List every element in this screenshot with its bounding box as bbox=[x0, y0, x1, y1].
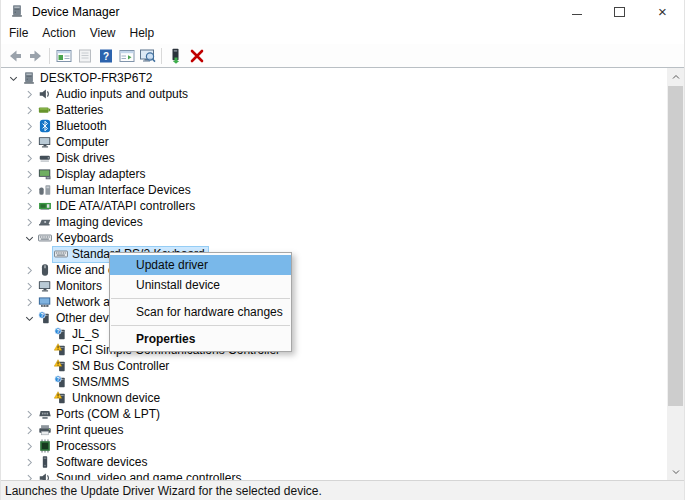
help-icon: ? bbox=[98, 48, 114, 64]
tree-item[interactable]: Software devices bbox=[1, 454, 669, 470]
tree-item[interactable]: Computer bbox=[1, 134, 669, 150]
tree-item-label: SM Bus Controller bbox=[69, 359, 172, 374]
chevron-spacer bbox=[37, 359, 53, 373]
menu-action[interactable]: Action bbox=[35, 23, 82, 44]
svg-text:?: ? bbox=[56, 328, 60, 334]
tree-item[interactable]: Disk drives bbox=[1, 150, 669, 166]
tree-item[interactable]: Unknown device bbox=[1, 390, 669, 406]
chevron-collapsed-icon[interactable] bbox=[21, 167, 37, 181]
uninstall-icon bbox=[189, 48, 205, 64]
chevron-collapsed-icon[interactable] bbox=[21, 471, 37, 480]
show-hide-console-tree-button[interactable] bbox=[53, 46, 74, 66]
menu-help[interactable]: Help bbox=[123, 23, 162, 44]
menu-file[interactable]: File bbox=[2, 23, 35, 44]
tree-item[interactable]: Audio inputs and outputs bbox=[1, 86, 669, 102]
chevron-collapsed-icon[interactable] bbox=[21, 87, 37, 101]
toolbar-separator bbox=[161, 48, 162, 64]
chevron-collapsed-icon[interactable] bbox=[21, 407, 37, 421]
chevron-collapsed-icon[interactable] bbox=[21, 455, 37, 469]
scrollbar-up-button[interactable] bbox=[667, 68, 684, 85]
context-menu-separator bbox=[111, 298, 290, 299]
chevron-spacer bbox=[37, 375, 53, 389]
chevron-collapsed-icon[interactable] bbox=[21, 295, 37, 309]
chevron-collapsed-icon[interactable] bbox=[21, 151, 37, 165]
warning-device-icon bbox=[53, 359, 68, 373]
tree-item-label: Disk drives bbox=[53, 151, 118, 166]
tree-item-label: Ports (COM & LPT) bbox=[53, 407, 163, 422]
chevron-spacer bbox=[37, 391, 53, 405]
status-bar: Launches the Update Driver Wizard for th… bbox=[1, 480, 684, 500]
tree-item[interactable]: Keyboards bbox=[1, 230, 669, 246]
chevron-collapsed-icon[interactable] bbox=[21, 119, 37, 133]
tree-item-label: Bluetooth bbox=[53, 119, 110, 134]
tree-item[interactable]: DESKTOP-FR3P6T2 bbox=[1, 70, 669, 86]
tree-item[interactable]: Print queues bbox=[1, 422, 669, 438]
tree-item[interactable]: Display adapters bbox=[1, 166, 669, 182]
context-menu: Update driver Uninstall device Scan for … bbox=[109, 252, 292, 352]
tree-item[interactable]: Network adapters bbox=[1, 294, 669, 310]
processor-icon bbox=[37, 439, 52, 453]
unknown-device-icon: ? bbox=[37, 311, 52, 325]
tree-item[interactable]: Monitors bbox=[1, 278, 669, 294]
warning-device-icon bbox=[53, 343, 68, 357]
context-menu-item-scan-hardware[interactable]: Scan for hardware changes bbox=[110, 302, 291, 322]
chevron-collapsed-icon[interactable] bbox=[21, 135, 37, 149]
chevron-collapsed-icon[interactable] bbox=[21, 423, 37, 437]
hid-icon bbox=[37, 183, 52, 197]
menu-view[interactable]: View bbox=[83, 23, 123, 44]
vertical-scrollbar[interactable] bbox=[667, 68, 684, 480]
toolbar-separator bbox=[49, 48, 50, 64]
uninstall-device-button[interactable] bbox=[186, 46, 207, 66]
context-menu-item-uninstall-device[interactable]: Uninstall device bbox=[110, 275, 291, 295]
chevron-spacer bbox=[37, 327, 53, 341]
warning-device-icon bbox=[53, 391, 68, 405]
tree-item[interactable]: Batteries bbox=[1, 102, 669, 118]
tree-item[interactable]: ? Other devices bbox=[1, 310, 669, 326]
tree-item[interactable]: Sound, video and game controllers bbox=[1, 470, 669, 480]
help-button[interactable]: ? bbox=[95, 46, 116, 66]
chevron-collapsed-icon[interactable] bbox=[21, 199, 37, 213]
update-driver-button[interactable] bbox=[165, 46, 186, 66]
context-menu-separator bbox=[111, 325, 290, 326]
tree-item[interactable]: Human Interface Devices bbox=[1, 182, 669, 198]
tree-item[interactable]: Standard PS/2 Keyboard bbox=[1, 246, 669, 262]
scrollbar-down-button[interactable] bbox=[667, 463, 684, 480]
chevron-collapsed-icon[interactable] bbox=[21, 263, 37, 277]
scrollbar-thumb[interactable] bbox=[668, 86, 683, 406]
tree-item[interactable]: Ports (COM & LPT) bbox=[1, 406, 669, 422]
chevron-collapsed-icon[interactable] bbox=[21, 183, 37, 197]
tree-item[interactable]: Processors bbox=[1, 438, 669, 454]
chevron-expanded-icon[interactable] bbox=[21, 231, 37, 245]
chevron-expanded-icon[interactable] bbox=[5, 71, 21, 85]
speaker-icon bbox=[37, 87, 52, 101]
chevron-collapsed-icon[interactable] bbox=[21, 215, 37, 229]
properties-button[interactable] bbox=[74, 46, 95, 66]
forward-button[interactable] bbox=[25, 46, 46, 66]
context-menu-item-update-driver[interactable]: Update driver bbox=[110, 255, 291, 275]
maximize-button[interactable] bbox=[598, 0, 641, 23]
close-button[interactable]: × bbox=[641, 0, 684, 23]
close-icon: × bbox=[658, 4, 667, 19]
chevron-collapsed-icon[interactable] bbox=[21, 279, 37, 293]
tree-item-label: SMS/MMS bbox=[69, 375, 132, 390]
tree-item[interactable]: ? JL_S bbox=[1, 326, 669, 342]
tree-item[interactable]: SM Bus Controller bbox=[1, 358, 669, 374]
chevron-collapsed-icon[interactable] bbox=[21, 439, 37, 453]
update-driver-icon bbox=[168, 48, 184, 64]
minimize-button[interactable] bbox=[555, 0, 598, 23]
unknown-device-icon: ? bbox=[53, 327, 68, 341]
context-menu-item-properties[interactable]: Properties bbox=[110, 329, 291, 349]
show-action-pane-button[interactable] bbox=[116, 46, 137, 66]
tree-item[interactable]: Bluetooth bbox=[1, 118, 669, 134]
tree-item[interactable]: Imaging devices bbox=[1, 214, 669, 230]
scan-hardware-button[interactable] bbox=[137, 46, 158, 66]
window-title: Device Manager bbox=[32, 5, 119, 19]
back-button[interactable] bbox=[4, 46, 25, 66]
mouse-icon bbox=[37, 263, 52, 277]
chevron-collapsed-icon[interactable] bbox=[21, 103, 37, 117]
tree-item[interactable]: IDE ATA/ATAPI controllers bbox=[1, 198, 669, 214]
tree-item[interactable]: Mice and other pointing devices bbox=[1, 262, 669, 278]
tree-item[interactable]: ? SMS/MMS bbox=[1, 374, 669, 390]
tree-item[interactable]: PCI Simple Communications Controller bbox=[1, 342, 669, 358]
chevron-expanded-icon[interactable] bbox=[21, 311, 37, 325]
